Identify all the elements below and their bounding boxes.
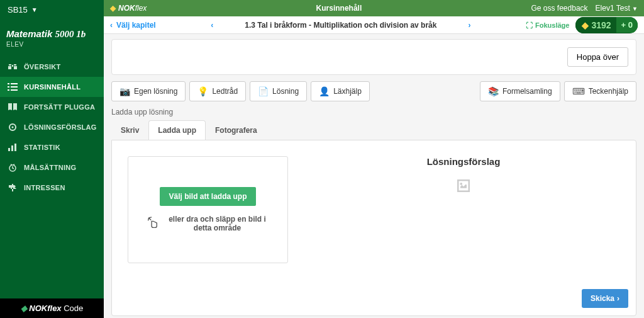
sidebar-item-label: MÅLSÄTTNING xyxy=(24,164,76,171)
focus-mode-toggle[interactable]: ⛶ Fokusläge xyxy=(526,21,569,29)
user-menu[interactable]: Elev1 Test ▼ xyxy=(596,4,638,13)
chevron-left-icon: ‹ xyxy=(110,21,113,30)
sidebar-footer[interactable]: ◆ NOKflex Code xyxy=(0,298,104,318)
sign-help-button[interactable]: ⌨Teckenhjälp xyxy=(564,81,636,101)
sidebar-dropdown-label: SB15 xyxy=(8,5,28,14)
hand-pointer-icon xyxy=(145,217,159,230)
page-title: Kursinnehåll xyxy=(147,4,531,13)
sidebar-item-content[interactable]: KURSINNEHÅLL xyxy=(0,77,104,97)
gear-icon xyxy=(8,123,18,132)
sidebar-item-label: LÖSNINGSFÖRSLAG xyxy=(24,123,97,131)
sidebar-item-label: STATISTIK xyxy=(24,144,60,151)
drag-instruction: eller dra och släpp en bild i detta områ… xyxy=(145,215,271,232)
solution-preview: Lösningsförslag xyxy=(307,156,620,300)
svg-point-1 xyxy=(12,127,14,128)
sidebar-item-label: INTRESSEN xyxy=(24,184,65,191)
prev-section-button[interactable]: ‹ xyxy=(192,21,232,30)
own-solution-button[interactable]: 📷Egen lösning xyxy=(111,81,186,101)
hint-button[interactable]: 💡Ledtråd xyxy=(189,81,246,101)
binoculars-icon xyxy=(8,62,18,71)
sidebar-item-solutions[interactable]: LÖSNINGSFÖRSLAG xyxy=(0,117,104,137)
diamond-icon: ◆ xyxy=(582,20,589,30)
sidebar-item-continue[interactable]: FORTSÄTT PLUGGA xyxy=(0,97,104,117)
upload-section-label: Ladda upp lösning xyxy=(111,108,636,116)
document-icon: 📄 xyxy=(258,86,269,96)
tab-photo[interactable]: Fotografera xyxy=(206,120,267,140)
diamond-icon: ◆ xyxy=(21,304,27,313)
section-title: 1.3 Tal i bråkform - Multiplikation och … xyxy=(245,21,436,30)
next-section-button[interactable]: › xyxy=(449,21,489,30)
sidebar-item-overview[interactable]: ÖVERSIKT xyxy=(0,57,104,77)
sidebar-item-label: ÖVERSIKT xyxy=(24,63,61,71)
camera-icon: 📷 xyxy=(119,86,130,96)
clock-icon xyxy=(8,163,18,172)
sidebar-item-stats[interactable]: STATISTIK xyxy=(0,137,104,157)
exercise-panel: Hoppa över xyxy=(111,39,636,75)
book-icon: 📚 xyxy=(488,86,499,96)
sidebar-item-interests[interactable]: INTRESSEN xyxy=(0,178,104,198)
sidebar-item-goals[interactable]: MÅLSÄTTNING xyxy=(0,157,104,178)
choose-chapter-button[interactable]: ‹ Välj kapitel xyxy=(110,21,156,30)
preview-title: Lösningsförslag xyxy=(307,156,620,167)
diamond-icon: ◆ xyxy=(110,4,116,13)
list-icon xyxy=(8,82,18,91)
signpost-icon xyxy=(8,183,18,192)
image-placeholder-icon xyxy=(307,174,620,195)
brand-logo[interactable]: ◆ NOKflex xyxy=(110,4,147,13)
person-icon: 👤 xyxy=(319,86,330,96)
choose-file-button[interactable]: Välj bild att ladda upp xyxy=(160,187,255,206)
course-title: Matematik 5000 1b ELEV xyxy=(0,20,104,50)
lightbulb-icon: 💡 xyxy=(197,86,208,96)
score-delta: + 0 xyxy=(616,17,638,33)
score-pill: ◆ 3192 + 0 xyxy=(575,17,638,33)
caret-down-icon: ▼ xyxy=(632,6,638,12)
tab-upload[interactable]: Ladda upp xyxy=(148,120,206,140)
solution-button[interactable]: 📄Lösning xyxy=(250,81,307,101)
expand-icon: ⛶ xyxy=(526,21,533,29)
sidebar-item-label: FORTSÄTT PLUGGA xyxy=(24,103,95,111)
sidebar-dropdown[interactable]: SB15 ▼ xyxy=(0,0,104,20)
feedback-link[interactable]: Ge oss feedback xyxy=(531,4,588,13)
tab-content-upload: Välj bild att ladda upp eller dra och sl… xyxy=(111,140,636,316)
send-button[interactable]: Skicka › xyxy=(582,289,628,308)
skip-button[interactable]: Hoppa över xyxy=(567,47,628,67)
keyboard-icon: ⌨ xyxy=(572,86,585,96)
sidebar-item-label: KURSINNEHÅLL xyxy=(24,83,80,91)
chevron-right-icon: › xyxy=(617,294,619,303)
formulas-button[interactable]: 📚Formelsamling xyxy=(480,81,560,101)
sidebar-nav: ÖVERSIKT KURSINNEHÅLL FORTSÄTT PLUGGA LÖ… xyxy=(0,57,104,298)
tab-write[interactable]: Skriv xyxy=(111,120,148,140)
caret-down-icon: ▼ xyxy=(31,6,38,13)
upload-dropzone[interactable]: Välj bild att ladda upp eller dra och sl… xyxy=(128,156,288,263)
homework-help-button[interactable]: 👤Läxhjälp xyxy=(311,81,370,101)
book-icon xyxy=(8,103,18,111)
bar-chart-icon xyxy=(8,143,18,152)
